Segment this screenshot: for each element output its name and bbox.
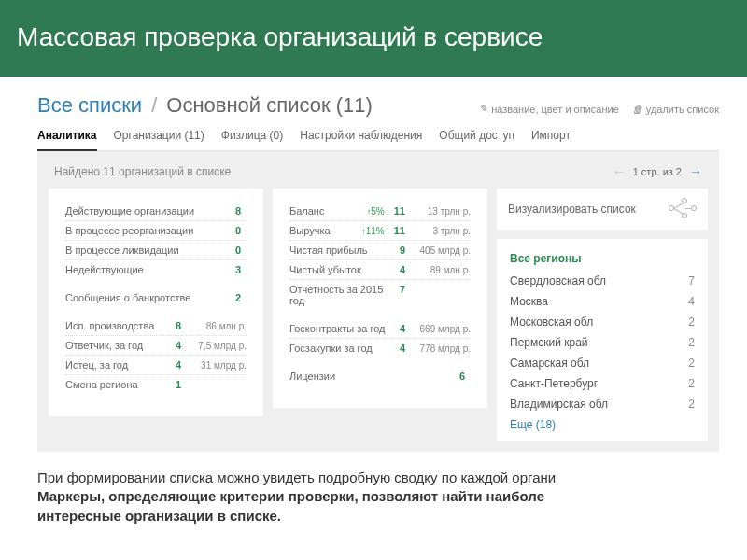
breadcrumb: Все списки / Основной список (11) назван…	[37, 93, 719, 118]
right-column: Визуализировать список Все регионы Сверд…	[497, 189, 708, 441]
gov-row[interactable]: Госзакупки за год4778 млрд р.	[289, 339, 471, 357]
legal-group: Исп. производства886 млн р. Ответчик, за…	[65, 316, 247, 394]
mid-card: Баланс5%1113 трлн р. Выручка11%113 трлн …	[273, 189, 487, 408]
pager-prev[interactable]: ←	[613, 164, 626, 179]
region-row[interactable]: Свердловская обл7	[510, 271, 695, 291]
status-group: Действующие организации8 В процессе реор…	[65, 202, 247, 279]
lic-group: Лицензии6	[289, 367, 471, 385]
finance-row[interactable]: Баланс5%1113 трлн р.	[289, 202, 471, 221]
finance-row[interactable]: Чистая прибыль9405 млрд р.	[289, 241, 471, 260]
tab-analytics[interactable]: Аналитика	[37, 123, 97, 151]
tab-persons[interactable]: Физлица (0)	[221, 123, 283, 150]
bankruptcy-row[interactable]: Сообщения о банкротстве2	[65, 288, 247, 307]
region-row[interactable]: Москва4	[510, 291, 695, 312]
finance-row[interactable]: Отчетность за 2015 год7	[289, 280, 471, 310]
legal-row[interactable]: Смена региона1	[65, 375, 247, 394]
finder-text: Найдено 11 организаций в списке	[54, 165, 231, 178]
hero-title: Массовая проверка организаций в сервисе	[17, 22, 543, 51]
edit-list-button[interactable]: название, цвет и описание	[479, 103, 619, 115]
pencil-icon	[479, 103, 487, 115]
trash-icon	[632, 104, 642, 115]
regions-card: Все регионы Свердловская обл7 Москва4 Мо…	[497, 239, 708, 441]
content-area: Найдено 11 организаций в списке ← 1 стр.…	[37, 151, 719, 452]
lic-row[interactable]: Лицензии6	[289, 367, 471, 385]
region-row[interactable]: Самарская обл2	[510, 353, 695, 373]
gov-group: Госконтракты за год4669 млрд р. Госзакуп…	[289, 319, 471, 357]
pager-next[interactable]: →	[689, 164, 702, 179]
legal-row[interactable]: Истец, за год431 млрд р.	[65, 356, 247, 375]
footnote-line3: интересные организации в списке.	[37, 507, 723, 525]
tab-import[interactable]: Импорт	[531, 123, 571, 150]
tab-watch[interactable]: Настройки наблюдения	[300, 123, 422, 150]
legal-row[interactable]: Исп. производства886 млн р.	[65, 316, 247, 336]
hero-banner: Массовая проверка организаций в сервисе	[0, 0, 747, 77]
visualize-button[interactable]: Визуализировать список	[497, 189, 708, 230]
breadcrumb-root[interactable]: Все списки	[37, 93, 142, 118]
tabs: Аналитика Организации (11) Физлица (0) Н…	[37, 123, 719, 151]
columns: Действующие организации8 В процессе реор…	[49, 189, 708, 441]
breadcrumb-title: Основной список (11)	[166, 93, 373, 118]
status-row[interactable]: Действующие организации8	[65, 202, 247, 221]
finance-row[interactable]: Выручка11%113 трлн р.	[289, 221, 471, 241]
footnote: При формировании списка можно увидеть по…	[0, 452, 747, 535]
finance-group: Баланс5%1113 трлн р. Выручка11%113 трлн …	[289, 202, 471, 310]
visualize-label: Визуализировать список	[508, 203, 636, 216]
tab-orgs[interactable]: Организации (11)	[114, 123, 204, 150]
delete-list-label: удалить список	[646, 104, 719, 115]
breadcrumb-sep: /	[151, 93, 157, 118]
delete-list-button[interactable]: удалить список	[632, 103, 719, 115]
pager-label: 1 стр. из 2	[633, 166, 682, 177]
region-row[interactable]: Владимирская обл2	[510, 394, 695, 414]
left-card: Действующие организации8 В процессе реор…	[49, 189, 263, 416]
bankruptcy-group: Сообщения о банкротстве2	[65, 288, 247, 307]
region-row[interactable]: Санкт-Петербург2	[510, 373, 695, 394]
edit-list-label: название, цвет и описание	[491, 104, 619, 115]
page: Все списки / Основной список (11) назван…	[0, 77, 747, 452]
regions-more[interactable]: Еще (18)	[510, 414, 695, 431]
legal-row[interactable]: Ответчик, за год47,5 млрд р.	[65, 336, 247, 356]
status-row[interactable]: В процессе реорганизации0	[65, 221, 247, 241]
region-row[interactable]: Пермский край2	[510, 332, 695, 353]
breadcrumb-tools: название, цвет и описание удалить список	[479, 103, 719, 115]
footnote-line1: При формировании списка можно увидеть по…	[37, 469, 723, 487]
region-row[interactable]: Московская обл2	[510, 312, 695, 332]
gov-row[interactable]: Госконтракты за год4669 млрд р.	[289, 319, 471, 339]
finder-bar: Найдено 11 организаций в списке ← 1 стр.…	[49, 161, 708, 189]
graph-icon	[669, 198, 697, 220]
status-row[interactable]: В процессе ликвидации0	[65, 241, 247, 260]
pager: ← 1 стр. из 2 →	[613, 164, 702, 179]
tab-share[interactable]: Общий доступ	[439, 123, 514, 150]
regions-title[interactable]: Все регионы	[510, 248, 695, 271]
status-row[interactable]: Недействующие3	[65, 260, 247, 279]
footnote-line2: Маркеры, определяющие критерии проверки,…	[37, 487, 723, 506]
finance-row[interactable]: Чистый убыток489 млн р.	[289, 260, 471, 280]
